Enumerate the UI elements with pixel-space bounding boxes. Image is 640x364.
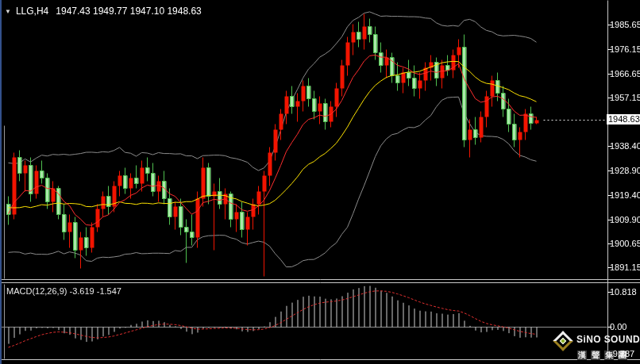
price-axis-label: 1919.40: [610, 190, 640, 200]
chart-canvas[interactable]: [0, 0, 640, 364]
collapse-triangle-icon[interactable]: ▼: [5, 8, 11, 15]
macd-axis-label: 0.00: [610, 322, 627, 331]
brand-chinese-char: 聲: [591, 351, 600, 360]
pane-splitter[interactable]: [0, 277, 606, 284]
current-price-tag: 1948.63: [607, 114, 640, 125]
price-axis-label: 1976.15: [610, 44, 640, 54]
brand-diamond-icon: [553, 331, 573, 351]
terminal-chart-window: ▼ LLG,H4 1947.43 1949.77 1947.10 1948.63…: [0, 0, 640, 364]
macd-indicator-label: MACD(12,26,9) -3.619 -1.547: [6, 286, 121, 296]
price-axis-label: 1928.90: [610, 166, 640, 175]
macd-axis-label: -9.787: [610, 349, 634, 358]
brand-chinese-char: 漢: [577, 351, 587, 360]
chart-header: ▼ LLG,H4 1947.43 1949.77 1947.10 1948.63: [5, 6, 202, 17]
window-left-border: [0, 0, 2, 364]
price-axis-label: 1985.65: [610, 20, 640, 29]
price-axis-label: 1900.65: [610, 239, 640, 248]
price-axis-label: 1938.40: [610, 141, 640, 151]
price-axis-label: 1909.90: [610, 215, 640, 224]
ohlc-values: 1947.43 1949.77 1947.10 1948.63: [56, 6, 202, 17]
price-axis-label: 1891.15: [610, 262, 640, 272]
price-axis[interactable]: 1948.63 1985.651976.151966.651957.151938…: [606, 0, 640, 364]
symbol-period-label: LLG,H4: [16, 6, 48, 17]
macd-axis-label: 10.818: [610, 287, 637, 297]
price-axis-label: 1966.65: [610, 69, 640, 79]
price-axis-label: 1957.15: [610, 93, 640, 102]
